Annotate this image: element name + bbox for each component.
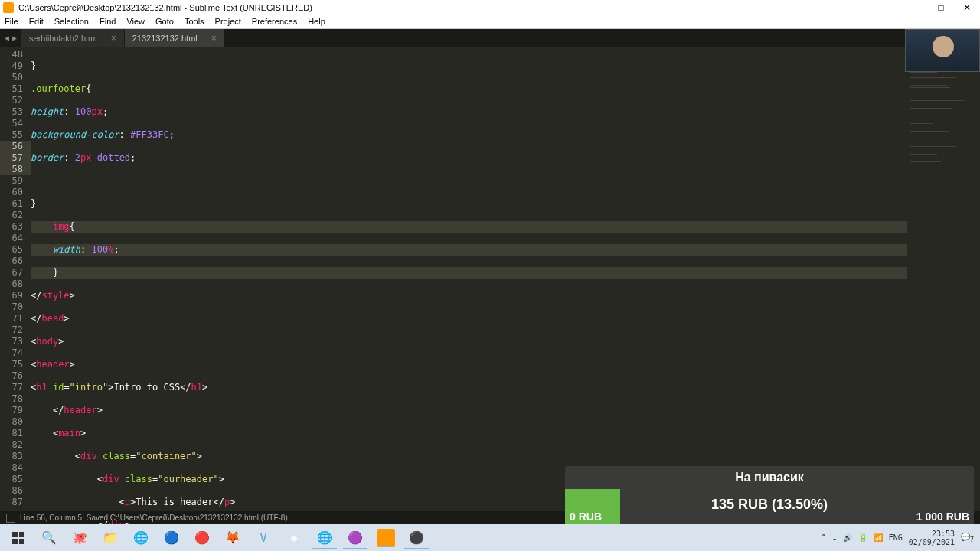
taskbar-firefox-icon[interactable]: 🦊 (217, 527, 248, 549)
window-title: C:\Users\Сергей\Desktop\2132132132.html … (18, 3, 902, 12)
search-icon[interactable]: 🔍 (34, 527, 64, 549)
donation-amount: 135 RUB (13.50%) (565, 497, 974, 513)
tab-close-icon[interactable]: × (111, 33, 116, 44)
donation-title: На пивасик (565, 466, 974, 489)
menu-edit[interactable]: Edit (29, 17, 44, 26)
maximize-button[interactable]: □ (928, 0, 954, 15)
status-icon[interactable] (6, 514, 15, 523)
taskbar-chrome-icon[interactable]: 🔵 (156, 527, 187, 549)
taskbar-chrome3-icon[interactable]: 🟣 (340, 527, 371, 549)
menu-selection[interactable]: Selection (54, 17, 89, 26)
system-tray: ^ ☁ 🔊 🔋 📶 ENG 23:53 02/09/2021 💬7 (822, 530, 977, 546)
close-button[interactable]: ✕ (954, 0, 980, 15)
menu-view[interactable]: View (126, 17, 145, 26)
nav-back-icon[interactable]: ◀ (5, 34, 9, 42)
tray-notifications-icon[interactable]: 💬7 (961, 533, 974, 543)
taskbar-opera-icon[interactable]: 🔴 (187, 527, 217, 549)
menu-goto[interactable]: Goto (155, 17, 174, 26)
minimap[interactable] (907, 47, 980, 511)
donation-bar: 135 RUB (13.50%) 0 RUB 1 000 RUB (565, 489, 974, 524)
svg-rect-1 (19, 532, 24, 537)
taskbar-explorer-icon[interactable]: 📁 (95, 527, 126, 549)
tray-lang[interactable]: ENG (889, 533, 903, 542)
svg-rect-0 (12, 532, 18, 537)
app-icon (3, 2, 14, 13)
menu-find[interactable]: Find (100, 17, 116, 26)
taskbar-sublime-icon[interactable] (377, 529, 395, 547)
taskbar-chrome2-icon[interactable]: 🌐 (309, 527, 340, 549)
tab-close-icon[interactable]: × (211, 33, 217, 44)
taskbar-github-icon[interactable]: 🐙 (64, 527, 95, 549)
tab-file-2[interactable]: 2132132132.html × (125, 29, 225, 47)
code-editor[interactable]: } .ourfooter{ height: 100px; background-… (31, 47, 907, 511)
nav-forward-icon[interactable]: ▶ (12, 34, 17, 42)
tray-volume-icon[interactable]: 🔊 (843, 533, 852, 542)
tray-clock[interactable]: 23:53 02/09/2021 (909, 530, 955, 546)
nav-buttons: ◀ ▶ (0, 29, 21, 47)
windows-taskbar: 🔍 🐙 📁 🌐 🔵 🔴 🦊 V ◆ 🌐 🟣 ⚫ ^ ☁ 🔊 🔋 📶 ENG 23… (0, 524, 980, 551)
tab-label: serhiibulakh2.html (29, 34, 97, 43)
window-titlebar: C:\Users\Сергей\Desktop\2132132132.html … (0, 0, 980, 15)
tab-label: 2132132132.html (132, 34, 198, 43)
donation-max: 1 000 RUB (916, 510, 969, 523)
taskbar-edge-icon[interactable]: 🌐 (126, 527, 156, 549)
tab-bar: ◀ ▶ serhiibulakh2.html × 2132132132.html… (0, 29, 980, 47)
menu-preferences[interactable]: Preferences (252, 17, 297, 26)
donation-widget: На пивасик 135 RUB (13.50%) 0 RUB 1 000 … (565, 466, 974, 524)
tab-file-1[interactable]: serhiibulakh2.html × (21, 29, 125, 47)
menu-tools[interactable]: Tools (185, 17, 204, 26)
webcam-overlay (905, 29, 980, 72)
taskbar-app-n-icon[interactable]: ◆ (279, 527, 309, 549)
tray-network-icon[interactable]: 📶 (874, 533, 883, 542)
taskbar-app-v-icon[interactable]: V (248, 527, 279, 549)
menu-bar: File Edit Selection Find View Goto Tools… (0, 15, 980, 29)
menu-project[interactable]: Project (215, 17, 241, 26)
svg-rect-3 (19, 539, 24, 544)
start-button[interactable] (3, 527, 34, 549)
donation-min: 0 RUB (570, 510, 602, 523)
menu-help[interactable]: Help (308, 17, 325, 26)
minimize-button[interactable]: ─ (902, 0, 928, 15)
line-gutter: 48495051 52535455 565758 59606162 636465… (0, 47, 31, 511)
svg-rect-2 (12, 539, 18, 544)
taskbar-obs-icon[interactable]: ⚫ (401, 527, 432, 549)
tray-chevron-icon[interactable]: ^ (822, 533, 826, 542)
editor-area: 48495051 52535455 565758 59606162 636465… (0, 47, 980, 511)
tray-cloud-icon[interactable]: ☁ (832, 533, 837, 542)
menu-file[interactable]: File (5, 17, 18, 26)
tray-battery-icon[interactable]: 🔋 (858, 533, 867, 542)
